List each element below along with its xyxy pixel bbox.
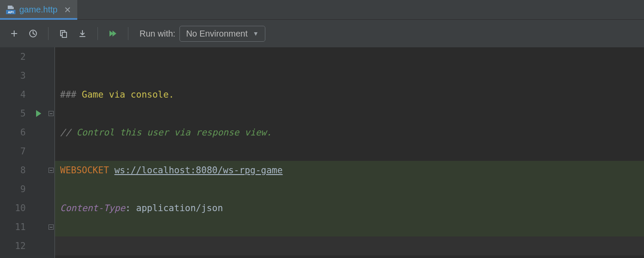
import-button[interactable]	[75, 26, 90, 41]
close-icon[interactable]: ✕	[64, 5, 71, 15]
fold-cell	[47, 123, 55, 142]
chevron-down-icon: ▼	[253, 30, 259, 37]
environment-select[interactable]: No Environment ▼	[179, 26, 265, 42]
run-with-label: Run with:	[140, 29, 175, 39]
line-number: 5	[0, 104, 30, 123]
editor-toolbar: Run with: No Environment ▼	[0, 20, 644, 47]
code-line-text: WEBSOCKET ws://localhost:8080/ws-rpg-gam…	[60, 165, 283, 175]
fold-cell	[47, 218, 55, 236]
code-line[interactable]: // Control this user via response view.	[60, 123, 644, 142]
line-number: 11	[0, 218, 30, 236]
fold-gutter	[47, 47, 55, 258]
code-line-text: // Control this user via response view.	[60, 127, 272, 138]
api-file-icon: API	[6, 5, 15, 15]
environment-selected-value: No Environment	[186, 29, 247, 39]
line-number: 10	[0, 199, 30, 218]
line-number: 3	[0, 66, 30, 85]
line-number: 12	[0, 236, 30, 255]
svg-rect-4	[62, 32, 67, 37]
fold-cell	[47, 142, 55, 161]
code-line[interactable]	[60, 47, 644, 66]
copy-button[interactable]	[56, 26, 71, 41]
gutter-icon-cell	[30, 161, 47, 180]
gutter-icon-cell	[30, 66, 47, 85]
fold-toggle-icon[interactable]	[49, 168, 54, 173]
run-request-icon[interactable]	[36, 110, 41, 117]
gutter-icon-cell	[30, 47, 47, 66]
gutter-icon-cell	[30, 123, 47, 142]
code-line[interactable]: WEBSOCKET ws://localhost:8080/ws-rpg-gam…	[60, 161, 644, 180]
fold-cell	[47, 180, 55, 199]
gutter-icon-cell	[30, 199, 47, 218]
gutter-icon-cell	[30, 104, 47, 123]
fold-toggle-icon[interactable]	[49, 111, 54, 116]
code-line[interactable]	[60, 236, 644, 255]
fold-cell	[47, 104, 55, 123]
line-number: 2	[0, 47, 30, 66]
add-button[interactable]	[7, 26, 21, 41]
code-editor[interactable]: 23456789101112 ### Game via console.// C…	[0, 47, 644, 258]
history-button[interactable]	[26, 26, 40, 41]
run-all-button[interactable]	[106, 26, 120, 41]
fold-cell	[47, 199, 55, 218]
code-line[interactable]: ### Game via console.	[60, 85, 644, 104]
code-line-text: Content-Type: application/json	[60, 203, 223, 213]
tab-bar: API game.http ✕	[0, 0, 644, 20]
line-number-gutter: 23456789101112	[0, 47, 30, 258]
gutter-icon-cell	[30, 218, 47, 236]
gutter-icon-cell	[30, 236, 47, 255]
code-line[interactable]: Content-Type: application/json	[60, 199, 644, 218]
fold-cell	[47, 85, 55, 104]
code-line-text: ### Game via console.	[60, 89, 174, 100]
toolbar-separator	[48, 27, 49, 40]
gutter-icon-cell	[30, 85, 47, 104]
line-number: 6	[0, 123, 30, 142]
svg-text:API: API	[8, 10, 13, 14]
gutter-icon-cell	[30, 180, 47, 199]
line-number: 9	[0, 180, 30, 199]
tab-filename: game.http	[19, 5, 58, 15]
run-gutter	[30, 47, 47, 258]
fold-cell	[47, 66, 55, 85]
fold-cell	[47, 47, 55, 66]
fold-cell	[47, 236, 55, 255]
fold-toggle-icon[interactable]	[49, 224, 54, 230]
line-number: 7	[0, 142, 30, 161]
tab-game-http[interactable]: API game.http ✕	[0, 0, 77, 19]
line-number: 4	[0, 85, 30, 104]
fold-cell	[47, 161, 55, 180]
line-number: 8	[0, 161, 30, 180]
toolbar-separator	[97, 27, 98, 40]
code-area[interactable]: ### Game via console.// Control this use…	[55, 47, 644, 258]
gutter-icon-cell	[30, 142, 47, 161]
toolbar-separator	[128, 27, 128, 40]
